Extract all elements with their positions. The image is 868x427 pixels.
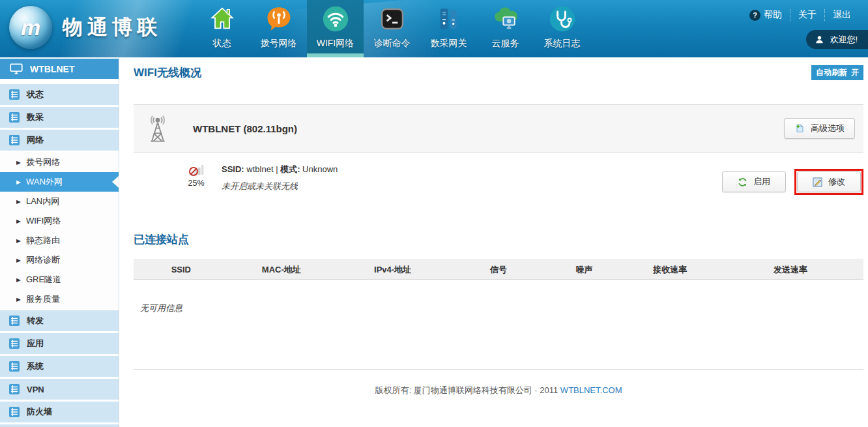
sidebar-item-static-route[interactable]: ▶ 静态路由 xyxy=(0,231,119,250)
user-icon xyxy=(815,35,824,44)
auto-refresh-label: 自动刷新 xyxy=(816,68,847,77)
chevron-right-icon: ▶ xyxy=(16,160,21,166)
nav-tab-dialup[interactable]: 拨号网络 xyxy=(250,0,307,57)
sidebar-item-daq[interactable]: 数采 xyxy=(0,107,119,128)
separator: | xyxy=(276,164,278,174)
sidebar-item-label: 应用 xyxy=(27,338,44,349)
advanced-options-icon xyxy=(794,123,805,134)
signal-percent: 25% xyxy=(188,179,204,188)
mode-label: 模式: xyxy=(280,164,300,174)
antenna-tower-icon xyxy=(145,113,171,143)
main-nav: 状态 拨号网络 WIFI网络 诊断命令 数采网关 xyxy=(194,0,590,57)
nav-tab-gateway[interactable]: 数采网关 xyxy=(420,0,477,57)
page-title: WIFI无线概况 xyxy=(134,66,201,79)
brand-sphere-icon: m xyxy=(9,6,52,49)
nav-tab-label: 云服务 xyxy=(492,38,519,50)
cloud-icon xyxy=(491,4,521,34)
sidebar-item-qos[interactable]: ▶ 服务质量 xyxy=(0,289,119,309)
list-icon xyxy=(8,361,20,372)
chevron-right-icon: ▶ xyxy=(16,238,21,244)
connected-stations-title: 已连接站点 xyxy=(134,232,863,247)
copyright-text: 版权所有: 厦门物通博联网络科技有限公司 · 2011 xyxy=(375,385,558,395)
enable-label: 启用 xyxy=(753,176,770,188)
sidebar-item-status[interactable]: 状态 xyxy=(0,84,119,105)
list-icon xyxy=(8,315,20,327)
mode-value: Unknown xyxy=(302,164,338,174)
modify-button[interactable]: 修改 xyxy=(797,171,861,192)
enable-button[interactable]: 启用 xyxy=(722,171,786,192)
home-icon xyxy=(207,4,237,34)
nav-tab-wifi[interactable]: WIFI网络 xyxy=(307,0,364,57)
sidebar-item-lan[interactable]: ▶ LAN内网 xyxy=(0,192,119,211)
chevron-right-icon: ▶ xyxy=(16,199,21,205)
annotation-highlight-box: 修改 xyxy=(794,169,863,195)
nav-tab-cloud[interactable]: 云服务 xyxy=(477,0,534,57)
sidebar-item-system[interactable]: 系统 xyxy=(0,356,119,377)
signal-disabled-icon xyxy=(188,162,204,177)
help-icon: ? xyxy=(749,10,760,21)
nav-tab-label: WIFI网络 xyxy=(317,38,354,50)
column-header-signal: 信号 xyxy=(451,264,546,276)
chevron-right-icon: ▶ xyxy=(16,297,21,302)
top-header: m 物通博联 状态 拨号网络 WIFI网络 诊断命令 xyxy=(0,0,868,57)
sidebar-item-wifi[interactable]: ▶ WIFI网络 xyxy=(0,211,119,231)
sidebar-item-label: 网络诊断 xyxy=(26,254,60,266)
sidebar-item-label: GRE隧道 xyxy=(26,274,61,286)
stethoscope-icon xyxy=(547,4,577,34)
advanced-options-button[interactable]: 高级选项 xyxy=(784,118,855,139)
sidebar-item-net-diagnosis[interactable]: ▶ 网络诊断 xyxy=(0,250,119,270)
sidebar-item-label: LAN内网 xyxy=(26,196,59,207)
advanced-options-label: 高级选项 xyxy=(811,123,845,134)
sidebar-item-label: VPN xyxy=(27,385,44,394)
logout-link[interactable]: 退出 xyxy=(824,9,859,21)
sidebar-item-label: 系统 xyxy=(27,361,44,372)
nav-tab-status[interactable]: 状态 xyxy=(194,0,250,57)
nav-tab-label: 诊断命令 xyxy=(374,38,411,50)
ssid-label: SSID: xyxy=(222,164,244,174)
wifi-icon xyxy=(321,4,351,34)
nav-tab-diagnostics[interactable]: 诊断命令 xyxy=(364,0,420,57)
list-icon xyxy=(8,89,20,100)
nav-tab-label: 拨号网络 xyxy=(261,38,297,50)
about-link[interactable]: 关于 xyxy=(790,9,824,21)
sidebar-item-vpn[interactable]: VPN xyxy=(0,379,119,400)
sidebar-item-dialup-network[interactable]: ▶ 拨号网络 xyxy=(0,153,119,172)
modify-label: 修改 xyxy=(828,176,845,188)
dialup-icon xyxy=(264,4,294,34)
nav-tab-label: 数采网关 xyxy=(431,38,467,50)
chevron-right-icon: ▶ xyxy=(16,258,21,263)
sidebar-item-gre-tunnel[interactable]: ▶ GRE隧道 xyxy=(0,270,119,289)
sidebar-item-network[interactable]: 网络 xyxy=(0,130,119,151)
terminal-icon xyxy=(377,4,407,34)
gateway-icon xyxy=(434,4,464,34)
sidebar-item-forwarding[interactable]: 转发 xyxy=(0,310,119,331)
edit-icon xyxy=(813,177,822,187)
sidebar-item-label: 状态 xyxy=(27,89,44,100)
main-content: WIFI无线概况 自动刷新开 WTBLNET (802.11bgn) 高级选项 xyxy=(120,57,868,427)
logout-label: 退出 xyxy=(833,9,851,21)
sidebar-item-wan[interactable]: ▶ WAN外网 xyxy=(0,172,119,192)
header-links: ? 帮助 关于 退出 xyxy=(742,9,859,21)
about-label: 关于 xyxy=(798,9,817,21)
column-header-ssid: SSID xyxy=(134,265,229,274)
sidebar-device[interactable]: WTBLNET xyxy=(0,59,119,79)
sidebar-menu: 状态 数采 网络 ▶ 拨号网络 ▶ WAN外网 ▶ LAN内网 ▶ WIFI网络… xyxy=(0,84,119,427)
brand-logo: m 物通博联 xyxy=(9,6,162,49)
sidebar-device-label: WTBLNET xyxy=(30,64,74,74)
welcome-pill[interactable]: 欢迎您! xyxy=(806,30,868,49)
chevron-right-icon: ▶ xyxy=(16,277,21,283)
sidebar-item-firewall[interactable]: 防火墙 xyxy=(0,402,119,422)
nav-tab-syslog[interactable]: 系统日志 xyxy=(534,0,590,57)
nav-tab-label: 状态 xyxy=(213,38,231,50)
wifi-ssid-row: 25% SSID: wtblnet | 模式: Unknown 未开启或未关联无… xyxy=(134,153,863,211)
column-header-noise: 噪声 xyxy=(546,264,623,276)
sidebar-item-label: 静态路由 xyxy=(26,235,60,246)
sidebar-item-label: WAN外网 xyxy=(26,176,63,188)
help-link[interactable]: ? 帮助 xyxy=(742,9,790,21)
refresh-icon xyxy=(738,177,747,187)
sidebar-item-apps[interactable]: 应用 xyxy=(0,333,119,354)
list-icon xyxy=(8,383,20,395)
sidebar-item-partial[interactable] xyxy=(0,424,119,427)
auto-refresh-toggle[interactable]: 自动刷新开 xyxy=(811,65,863,80)
footer-link[interactable]: WTBLNET.COM xyxy=(560,385,622,395)
